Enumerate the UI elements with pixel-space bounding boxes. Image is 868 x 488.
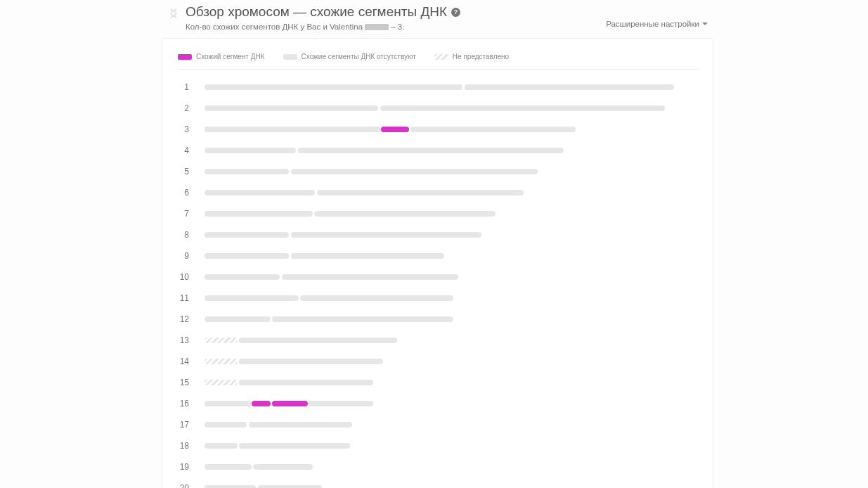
segment-none (205, 443, 238, 449)
segment-none (253, 464, 312, 470)
chromosome-row[interactable]: 16 (176, 399, 699, 409)
chromosome-row[interactable]: 1 (176, 82, 699, 92)
chromosome-row[interactable]: 20 (176, 483, 699, 488)
chromosome-number: 14 (176, 357, 189, 366)
chromosome-row[interactable]: 15 (176, 378, 699, 387)
chromosome-number: 1 (176, 82, 189, 92)
chromosome-track (205, 127, 576, 132)
chromosome-track (205, 232, 481, 238)
segment-none (298, 148, 564, 153)
chromosome-row[interactable]: 8 (176, 230, 699, 240)
chromosome-row[interactable]: 17 (176, 420, 699, 430)
segment-none (282, 274, 458, 280)
segment-none (239, 443, 350, 449)
swatch-na-icon (434, 54, 448, 60)
chromosome-number: 2 (176, 103, 189, 113)
legend: Схожий сегмент ДНК Схожие сегменты ДНК о… (176, 49, 699, 70)
chromosome-track (205, 464, 313, 470)
chromosome-row[interactable]: 12 (176, 314, 699, 324)
chromosome-row[interactable]: 9 (176, 251, 699, 261)
segment-na (205, 338, 238, 343)
chromosome-track (205, 443, 350, 449)
segment-none (205, 211, 313, 217)
segment-none (205, 84, 462, 90)
chromosome-number: 11 (176, 293, 189, 303)
chromosome-number: 19 (176, 462, 189, 472)
chromosome-row[interactable]: 13 (176, 335, 699, 345)
segment-none (239, 338, 396, 343)
segment-none (205, 253, 289, 259)
advanced-settings-toggle[interactable]: Расширенные настройки (606, 20, 708, 28)
subtitle-pre: Кол-во схожих сегментов ДНК у Вас и Vale… (186, 23, 363, 31)
segment-none (205, 232, 289, 238)
chromosome-number: 12 (176, 314, 189, 324)
chromosome-number: 6 (176, 188, 189, 198)
segment-none (410, 127, 576, 132)
chromosome-number: 10 (176, 272, 189, 282)
segment-none (300, 295, 453, 301)
segment-none (239, 380, 373, 385)
chromosome-number: 4 (176, 146, 189, 155)
chromosome-track (205, 253, 444, 259)
chromosome-row[interactable]: 14 (176, 357, 699, 366)
chromosome-row[interactable]: 4 (176, 146, 699, 155)
segment-none (380, 105, 665, 111)
chromosome-track (205, 485, 322, 488)
redacted-surname (365, 24, 389, 30)
chromosome-row[interactable]: 19 (176, 462, 699, 472)
chromosome-track (205, 401, 373, 406)
segment-match (381, 127, 409, 132)
chromosome-row[interactable]: 11 (176, 293, 699, 303)
chromosome-icon (167, 7, 180, 20)
chromosome-number: 7 (176, 209, 189, 219)
chromosome-number: 8 (176, 230, 189, 240)
segment-none (272, 316, 453, 322)
segment-none (205, 105, 378, 111)
chromosome-track (205, 359, 383, 364)
segment-match (272, 401, 308, 406)
segment-none (205, 422, 247, 428)
chromosome-track (205, 105, 665, 111)
segment-none (308, 401, 374, 406)
advanced-settings-label: Расширенные настройки (606, 20, 699, 28)
segment-none (205, 127, 381, 132)
segment-none (205, 274, 280, 280)
segment-none (465, 84, 674, 90)
chromosome-track (205, 316, 453, 322)
chromosome-number: 5 (176, 167, 189, 176)
segment-none (205, 148, 296, 153)
legend-item-na: Не представлено (434, 53, 509, 60)
chromosome-row[interactable]: 6 (176, 188, 699, 198)
segment-none (258, 485, 322, 488)
chromosome-track (205, 169, 538, 174)
segment-none (291, 232, 481, 238)
chromosome-number: 16 (176, 399, 189, 409)
page-title-text: Обзор хромосом — схожие сегменты ДНК (186, 4, 447, 20)
chromosome-number: 9 (176, 251, 189, 261)
legend-na-label: Не представлено (453, 53, 509, 60)
chromosome-row[interactable]: 3 (176, 124, 699, 134)
chromosome-number: 15 (176, 378, 189, 387)
chromosome-track (205, 295, 453, 301)
chromosome-track (205, 148, 564, 153)
chromosome-row[interactable]: 18 (176, 441, 699, 451)
subtitle-post: – 3. (391, 23, 404, 31)
chromosome-track (205, 274, 458, 280)
chromosome-track (205, 338, 397, 343)
segment-none (314, 211, 495, 217)
chromosome-row[interactable]: 5 (176, 167, 699, 176)
chromosome-number: 18 (176, 441, 189, 451)
segment-none (205, 190, 315, 195)
segment-none (249, 422, 353, 428)
chromosome-row[interactable]: 10 (176, 272, 699, 282)
chromosome-track (205, 190, 524, 195)
chromosome-row[interactable]: 2 (176, 103, 699, 113)
segment-none (205, 401, 252, 406)
info-icon[interactable]: ? (451, 8, 460, 17)
chromosome-track (205, 211, 495, 217)
segment-match (252, 401, 271, 406)
chromosome-number: 17 (176, 420, 189, 430)
swatch-match-icon (178, 54, 192, 60)
page-title: Обзор хромосом — схожие сегменты ДНК ? (186, 4, 460, 20)
chromosome-row[interactable]: 7 (176, 209, 699, 219)
